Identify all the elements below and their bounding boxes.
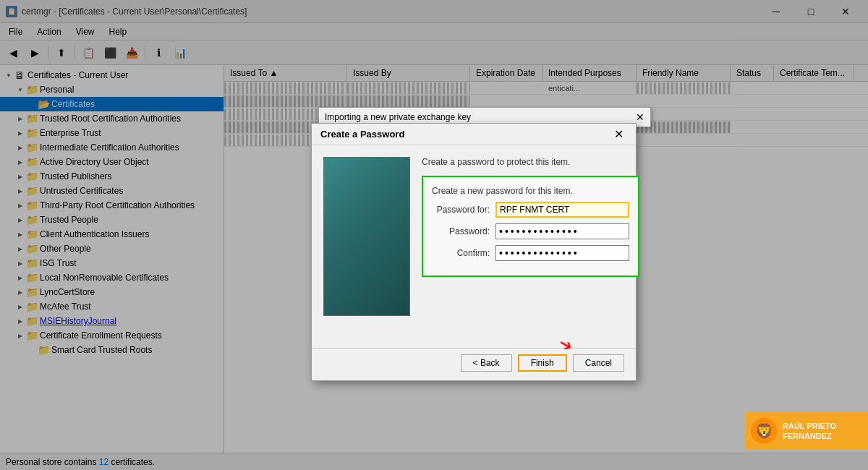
dialog-title: Create a Password — [320, 129, 404, 140]
dialog-close-button[interactable]: ✕ — [610, 126, 627, 143]
password-label: Password: — [432, 226, 490, 236]
password-for-input[interactable] — [495, 202, 629, 218]
dialog-body: Create a password to protect this item. … — [312, 145, 636, 348]
dialog-image — [323, 157, 410, 316]
watermark-icon: 🦁 — [751, 418, 777, 444]
form-box-title: Create a new password for this item. — [432, 186, 629, 196]
password-for-row: Password for: — [432, 202, 629, 218]
password-form-box: Create a new password for this item. Pas… — [422, 176, 639, 277]
password-for-label: Password for: — [432, 205, 490, 215]
finish-button[interactable]: Finish — [518, 354, 567, 372]
cancel-button[interactable]: Cancel — [573, 354, 624, 372]
watermark: 🦁 RAÚL PRIETOFERNÁNDEZ — [745, 412, 868, 450]
overlay: Importing a new private exchange key ✕ C… — [0, 0, 868, 470]
create-password-dialog: Create a Password ✕ Create a password to… — [311, 123, 637, 381]
password-input[interactable] — [495, 223, 629, 239]
watermark-text: RAÚL PRIETOFERNÁNDEZ — [783, 421, 836, 442]
confirm-label: Confirm: — [432, 248, 490, 258]
confirm-row: Confirm: — [432, 245, 629, 261]
dialog-subtitle: Create a password to protect this item. — [422, 157, 639, 167]
dialog-title-bar: Create a Password ✕ — [312, 124, 636, 145]
importing-dialog-title: Importing a new private exchange key — [325, 112, 636, 122]
password-row: Password: — [432, 223, 629, 239]
dialog-right: Create a password to protect this item. … — [422, 157, 639, 336]
importing-close-button[interactable]: ✕ — [636, 111, 644, 123]
back-button[interactable]: < Back — [461, 354, 512, 372]
confirm-input[interactable] — [495, 245, 629, 261]
dialog-footer: ➔ < Back Finish Cancel — [312, 348, 636, 380]
